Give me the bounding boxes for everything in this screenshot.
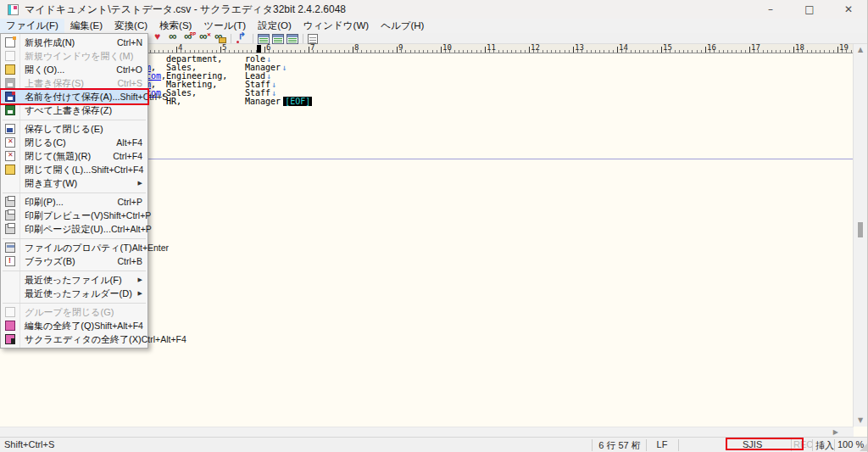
menu-item-10[interactable]: 閉じて(無題)(R)Ctrl+F4 [1,149,147,163]
scroll-down-icon[interactable]: ▼ [858,416,863,424]
search-mark-icon[interactable] [153,33,165,44]
menu-item-label: 新規ウインドウを開く(M) [25,50,142,63]
tag-jump-icon[interactable] [236,33,248,44]
window-title: マイドキュメント\テストデータ.csv - サクラエディタ32bit 2.4.2… [25,3,346,17]
menu-item-label: 印刷プレビュー(V) [25,209,103,222]
floppy-all-icon [5,105,15,115]
menu-item-shortcut: Ctrl+S [118,78,142,88]
menu-item-21[interactable]: 最近使ったファイル(F)▶ [1,273,147,287]
toolbar-separator [303,34,303,43]
menu-item-shortcut: Ctrl+Alt+F4 [142,334,186,344]
menu-item-5[interactable]: 名前を付けて保存(A)...Shift+Ctrl+S [1,90,147,103]
menu-item-label: すべて上書き保存(Z) [25,104,142,117]
resize-grip[interactable] [860,444,867,451]
menu-item-19[interactable]: ブラウズ(B)Ctrl+B [1,254,147,268]
ruler-number: 12 [531,43,540,52]
scroll-up-icon[interactable]: ▲ [858,46,863,53]
scroll-right-icon[interactable]: ▶ [833,428,838,436]
floppy-as-icon [5,92,15,102]
vertical-scrollbar-thumb[interactable] [858,222,863,237]
menu-item-16[interactable]: 印刷ページ設定(U)...Ctrl+Alt+P [1,222,147,236]
menu-item-shortcut: Alt+F4 [116,137,142,148]
minimize-button[interactable]: – [751,0,790,19]
close-button[interactable]: ✕ [829,0,868,19]
menu-item-12[interactable]: 開き直す(W)▶ [1,176,147,190]
menu-item-shortcut: Shift+Ctrl+P [103,210,152,220]
menu-item-25[interactable]: 編集の全終了(Q)Shift+Alt+F4 [1,319,147,332]
menu-item-18[interactable]: ファイルのプロパティ(T)Alt+Enter [1,241,147,254]
menu-item-shortcut: Alt+Enter [132,243,169,253]
menu-item-label: グループを閉じる(G) [25,306,142,319]
menu-item-22[interactable]: 最近使ったフォルダー(D)▶ [1,287,147,300]
menu-item-label: 閉じて開く(L)... [25,164,91,176]
cell-role: Manager[EOF] [245,98,312,106]
ruler-number: 16 [707,43,716,52]
menu-item-label: 最近使ったファイル(F) [25,274,135,287]
menu-item-9[interactable]: 閉じる(C)Alt+F4 [1,136,147,149]
menu-item-shortcut: Ctrl+Alt+P [111,224,152,234]
menubar-item-2[interactable]: 編集(E) [64,19,108,33]
menubar-item-8[interactable]: ヘルプ(H) [375,19,430,33]
docplain-icon [5,51,15,61]
menu-item-label: 名前を付けて保存(A)... [25,91,120,103]
toolbar-separator [231,34,231,43]
printer-icon [5,197,15,207]
ruler-number: 9 [398,43,403,52]
app-icon [8,4,19,15]
menu-item-6[interactable]: すべて上書き保存(Z) [1,103,147,117]
search-close-icon[interactable] [198,33,211,44]
ruler-number: 4 [178,43,182,52]
submenu-arrow-icon: ▶ [138,180,142,187]
menu-item-shortcut: Shift+Ctrl+F4 [91,165,143,175]
doc-icon [5,37,15,47]
ruler-number: 5 [222,43,226,52]
submenu-arrow-icon: ▶ [138,290,142,297]
ruler-number: 18 [795,43,804,52]
props-icon [5,243,15,253]
menu-item-shortcut: Ctrl+N [117,37,142,47]
menubar-item-6[interactable]: 設定(O) [252,19,298,33]
menu-item-label: 編集の全終了(Q) [25,320,94,332]
menu-item-26[interactable]: サクラエディタの全終了(X)Ctrl+Alt+F4 [1,332,147,346]
printer-icon [5,224,15,234]
menubar-item-3[interactable]: 変換(C) [108,19,153,33]
menu-item-3[interactable]: 開く(O)...Ctrl+O [1,63,147,76]
exit-icon [5,321,15,331]
folder-icon [5,64,15,75]
menu-item-14[interactable]: 印刷(P)...Ctrl+P [1,195,147,209]
menubar-item-7[interactable]: ウィンドウ(W) [298,19,375,33]
menu-item-8[interactable]: 保存して閉じる(E) [1,122,147,136]
menu-item-label: 新規作成(N) [25,36,117,49]
title-bar: マイドキュメント\テストデータ.csv - サクラエディタ32bit 2.4.2… [0,0,868,19]
saveclose-icon [5,124,15,134]
annotation-box-encoding [726,438,804,450]
split-window-vertical-icon[interactable] [272,34,284,44]
compare-windows-icon[interactable] [287,34,298,44]
menu-item-label: 保存して閉じる(E) [25,123,142,136]
menubar-item-1[interactable]: ファイル(F) [0,19,64,33]
folder-icon [5,165,15,175]
vertical-scrollbar[interactable]: ▲ ▼ [853,44,867,427]
ruler-number: 11 [487,43,496,52]
menu-item-11[interactable]: 閉じて開く(L)...Shift+Ctrl+F4 [1,163,147,176]
status-hint: Shift+Ctrl+S [4,439,54,449]
status-insert-mode[interactable]: 挿入 [815,439,834,452]
maximize-button[interactable]: □ [790,0,829,19]
menu-item-label: 開く(O)... [25,64,116,76]
menu-item-label: 印刷(P)... [25,196,118,209]
menu-item-1[interactable]: 新規作成(N)Ctrl+N [1,36,147,49]
menu-item-15[interactable]: 印刷プレビュー(V)Shift+Ctrl+P [1,209,147,222]
ruler-number: 6 [266,43,270,52]
ruler-number: 17 [751,43,760,52]
horizontal-scrollbar[interactable]: ▶ [0,427,854,437]
toolbar-separator [253,34,253,43]
ruler-number: 10 [442,43,452,52]
floppy-icon [5,78,15,88]
replace-icon[interactable] [183,33,196,44]
menu-item-2: 新規ウインドウを開く(M) [1,49,147,63]
menu-item-label: 開き直す(W) [25,177,135,190]
ruler-number: 13 [575,43,584,52]
menu-item-label: 印刷ページ設定(U)... [25,223,111,236]
close-icon [5,137,15,148]
ruler-caret-marker [257,45,261,53]
